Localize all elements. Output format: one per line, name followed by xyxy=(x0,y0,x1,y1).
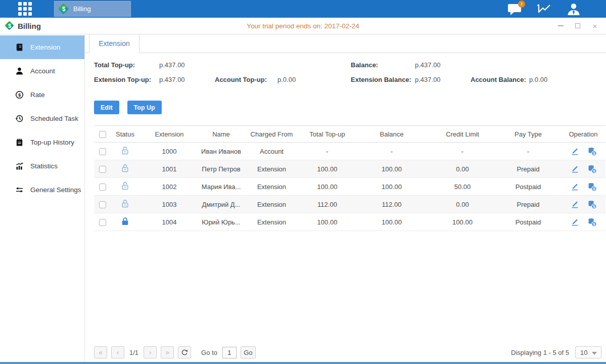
top-up-coins-icon[interactable]: $ xyxy=(587,147,597,156)
first-page-button[interactable]: « xyxy=(94,346,107,358)
col-credit-limit: Credit Limit xyxy=(430,126,495,143)
cell-charged-from: Extension xyxy=(243,213,301,231)
messages-icon[interactable]: ! xyxy=(507,3,523,16)
sidebar-item-extension[interactable]: Extension xyxy=(0,35,84,59)
chevron-down-icon xyxy=(592,352,597,355)
row-checkbox[interactable] xyxy=(99,201,106,208)
page-size-value: 10 xyxy=(580,349,587,356)
row-checkbox[interactable] xyxy=(99,184,106,191)
col-extension: Extension xyxy=(139,126,200,143)
cell-name: Петр Петров xyxy=(200,160,243,178)
cell-charged-from: Account xyxy=(243,143,301,160)
page-indicator: 1/1 xyxy=(129,349,138,356)
last-page-button[interactable]: » xyxy=(161,346,174,358)
row-checkbox[interactable] xyxy=(99,219,106,226)
sidebar-item-statistics[interactable]: Statistics xyxy=(0,154,84,178)
top-up-coins-icon[interactable]: $ xyxy=(587,164,597,174)
cell-charged-from: Extension xyxy=(243,160,301,178)
cell-credit-limit: 0.00 xyxy=(430,160,495,178)
billing-window-icon: $ xyxy=(5,21,15,31)
svg-text:$: $ xyxy=(593,169,595,173)
svg-text:$: $ xyxy=(593,151,595,156)
top-bar: $ Billing ! xyxy=(0,0,606,18)
edit-pencil-icon[interactable] xyxy=(570,182,579,191)
pagination-bar: « ‹ 1/1 › » Go to Go Displaying 1 - 5 of… xyxy=(94,346,601,359)
user-account-icon[interactable] xyxy=(566,3,582,16)
sidebar-item-rate[interactable]: $ Rate xyxy=(0,83,84,107)
table-row[interactable]: 1003 Дмитрий Д... Extension 112.00 112.0… xyxy=(94,196,605,213)
status-unlocked-icon xyxy=(120,146,130,155)
top-up-coins-icon[interactable]: $ xyxy=(587,200,597,209)
row-checkbox[interactable] xyxy=(99,148,106,155)
status-locked-icon xyxy=(120,216,130,226)
minimize-button[interactable] xyxy=(556,22,565,30)
top-up-button[interactable]: Top Up xyxy=(127,101,162,114)
table-row[interactable]: 1000 Иван Иванов Account - - - - $ xyxy=(94,143,605,160)
maximize-button[interactable] xyxy=(574,22,582,30)
sidebar-item-label: Statistics xyxy=(30,162,58,170)
status-unlocked-icon xyxy=(120,199,130,208)
prev-page-button[interactable]: ‹ xyxy=(111,346,124,358)
edit-pencil-icon[interactable] xyxy=(570,217,579,226)
table-row[interactable]: 1004 Юрий Юрь... Extension 100.00 100.00… xyxy=(94,213,605,231)
cell-balance: 100.00 xyxy=(354,178,430,196)
main-content: Extension Total Top-up: p.437.00 Extensi… xyxy=(85,34,606,362)
cell-total-topup: 100.00 xyxy=(301,160,354,178)
reports-chart-icon[interactable] xyxy=(536,3,552,16)
table-header-row: Status Extension Name Charged From Total… xyxy=(94,126,605,143)
extension-topup-value: p.437.00 xyxy=(159,76,215,83)
goto-page-input[interactable] xyxy=(222,347,237,358)
tab-bar: Extension xyxy=(85,34,606,53)
refresh-button[interactable] xyxy=(178,346,191,358)
table-row[interactable]: 1001 Петр Петров Extension 100.00 100.00… xyxy=(94,160,605,178)
total-topup-label: Total Top-up: xyxy=(94,61,159,69)
window-bottom-edge xyxy=(0,362,606,364)
cell-total-topup: - xyxy=(301,143,354,160)
go-button[interactable]: Go xyxy=(241,346,256,358)
page-size-select[interactable]: 10 xyxy=(575,346,601,358)
sidebar-item-topup-history[interactable]: Top-up History xyxy=(0,130,84,154)
sidebar-item-account[interactable]: Account xyxy=(0,59,84,83)
edit-button[interactable]: Edit xyxy=(94,101,119,114)
extension-icon xyxy=(15,43,24,52)
topup-history-icon xyxy=(15,138,24,147)
top-up-coins-icon[interactable]: $ xyxy=(587,217,597,227)
topbar-tab-label: Billing xyxy=(73,5,91,13)
cell-total-topup: 100.00 xyxy=(301,178,354,196)
sidebar-item-general-settings[interactable]: General Settings xyxy=(0,178,84,202)
window-title: Billing xyxy=(18,22,41,30)
tab-extension[interactable]: Extension xyxy=(89,34,139,53)
cell-credit-limit: 100.00 xyxy=(430,213,495,231)
edit-pencil-icon[interactable] xyxy=(570,164,579,173)
sidebar-item-scheduled-task[interactable]: Scheduled Task xyxy=(0,107,84,130)
extensions-table: Status Extension Name Charged From Total… xyxy=(94,125,605,231)
row-checkbox[interactable] xyxy=(99,166,106,173)
goto-label: Go to xyxy=(201,349,217,356)
cell-extension: 1004 xyxy=(139,213,200,231)
col-pay-type: Pay Type xyxy=(495,126,561,143)
sidebar-item-label: Top-up History xyxy=(30,139,74,146)
trial-period-message: Your trial period ends on: 2017-02-24 xyxy=(0,22,606,30)
sidebar-item-label: Rate xyxy=(30,91,45,99)
sidebar: Extension Account $ Rate Scheduled Task xyxy=(0,34,85,362)
select-all-checkbox[interactable] xyxy=(99,131,106,138)
displaying-text: Displaying 1 - 5 of 5 xyxy=(511,349,569,356)
cell-extension: 1002 xyxy=(139,178,200,196)
cell-balance: 100.00 xyxy=(354,160,430,178)
close-button[interactable]: × xyxy=(591,22,599,30)
account-topup-label: Account Top-up: xyxy=(215,76,277,83)
topbar-tab-billing[interactable]: $ Billing xyxy=(54,1,131,17)
svg-text:$: $ xyxy=(18,92,21,98)
next-page-button[interactable]: › xyxy=(144,346,157,358)
top-up-coins-icon[interactable]: $ xyxy=(587,182,597,192)
notification-badge: ! xyxy=(518,1,525,8)
window-title-bar: $ Billing Your trial period ends on: 201… xyxy=(0,18,606,34)
table-row[interactable]: 1002 Мария Ива... Extension 100.00 100.0… xyxy=(94,178,605,196)
edit-pencil-icon[interactable] xyxy=(570,200,579,209)
extension-topup-label: Extension Top-up: xyxy=(94,76,159,83)
edit-pencil-icon[interactable] xyxy=(570,147,579,156)
scheduled-task-icon xyxy=(15,114,24,123)
account-topup-value: p.0.00 xyxy=(277,76,296,83)
cell-total-topup: 100.00 xyxy=(301,213,354,231)
app-grid-icon[interactable] xyxy=(18,2,32,16)
